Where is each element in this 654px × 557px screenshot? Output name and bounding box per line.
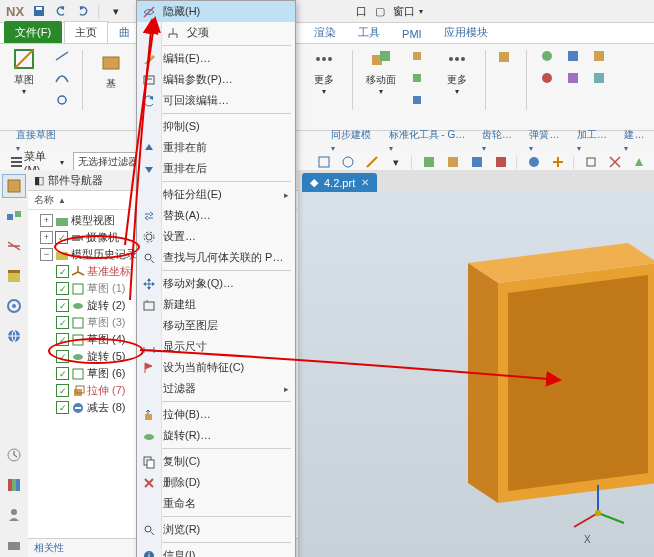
ctx-browse[interactable]: 浏览(R) xyxy=(137,519,295,540)
ribbon-line-icon[interactable] xyxy=(50,46,74,66)
res-assy-nav-icon[interactable] xyxy=(2,204,26,228)
more-button[interactable]: 更多 ▾ xyxy=(304,46,344,96)
tb2-ic3[interactable] xyxy=(361,152,383,172)
ribbon-box-icon[interactable] xyxy=(494,46,518,66)
cap-gear[interactable]: 齿轮…▾ xyxy=(476,127,521,154)
tb2-ic10[interactable] xyxy=(547,152,569,172)
tb2-ic5[interactable] xyxy=(418,152,440,172)
qat-save-icon[interactable] xyxy=(30,2,48,20)
rib-ic1[interactable] xyxy=(535,46,559,66)
tb2-ic12[interactable] xyxy=(604,152,626,172)
checkbox-icon[interactable]: ✓ xyxy=(56,350,69,363)
close-icon[interactable]: ✕ xyxy=(361,177,369,188)
ctx-replace[interactable]: 替换(A)… xyxy=(137,205,295,226)
checkbox-icon[interactable]: ✓ xyxy=(56,401,69,414)
ctx-reorder-after[interactable]: 重排在后 xyxy=(137,158,295,179)
tb2-ic7[interactable] xyxy=(466,152,488,172)
ctx-set-current[interactable]: 设为当前特征(C) xyxy=(137,357,295,378)
ribbon-replace-icon[interactable] xyxy=(407,68,431,88)
res-constraint-icon[interactable] xyxy=(2,234,26,258)
cap-build[interactable]: 建…▾ xyxy=(618,127,654,154)
qat-dropdown-icon[interactable]: ▾ xyxy=(107,2,125,20)
checkbox-icon[interactable]: ✓ xyxy=(56,367,69,380)
qat-undo-icon[interactable] xyxy=(52,2,70,20)
ctx-feat-group[interactable]: 特征分组(E)▸ xyxy=(137,184,295,205)
res-reuse-icon[interactable] xyxy=(2,264,26,288)
checkbox-icon[interactable]: ✓ xyxy=(56,282,69,295)
rib-ic2[interactable] xyxy=(561,46,585,66)
res-roles-icon[interactable] xyxy=(2,503,26,527)
rib-ic3[interactable] xyxy=(587,46,611,66)
res-hd3d-icon[interactable] xyxy=(2,294,26,318)
ctx-edit-param[interactable]: 编辑参数(P)… xyxy=(137,69,295,90)
ctx-reorder-before[interactable]: 重排在前 xyxy=(137,137,295,158)
tb2-ic13[interactable] xyxy=(628,152,650,172)
res-browser-icon[interactable] xyxy=(2,324,26,348)
checkbox-icon[interactable]: ✓ xyxy=(55,231,68,244)
rib-ic6[interactable] xyxy=(587,68,611,88)
datum-button[interactable]: 基 xyxy=(91,46,131,96)
cap-sync[interactable]: 同步建模▾ xyxy=(325,127,380,154)
expander-icon[interactable]: − xyxy=(40,248,53,261)
sketch-button[interactable]: 草图 ▾ xyxy=(4,46,44,96)
checkbox-icon[interactable]: ✓ xyxy=(56,265,69,278)
tb2-ic4[interactable]: ▾ xyxy=(385,152,407,172)
tb2-ic2[interactable] xyxy=(337,152,359,172)
tab-home[interactable]: 主页 xyxy=(64,21,108,43)
ctx-find-pmi[interactable]: 查找与几何体关联的 PMI… xyxy=(137,247,295,268)
window-menu-label[interactable]: 窗口 xyxy=(393,4,415,19)
viewport[interactable]: X xyxy=(298,192,654,557)
res-part-nav-icon[interactable] xyxy=(2,174,26,198)
tb2-ic9[interactable] xyxy=(523,152,545,172)
res-history-icon[interactable] xyxy=(2,443,26,467)
ctx-extrude[interactable]: 拉伸(B)… xyxy=(137,404,295,425)
doc-tab-active[interactable]: ◆ 4.2.prt ✕ xyxy=(302,173,377,192)
res-color-icon[interactable] xyxy=(2,473,26,497)
tab-file[interactable]: 文件(F) xyxy=(4,21,62,43)
checkbox-icon[interactable]: ✓ xyxy=(56,384,69,397)
moveface-button[interactable]: 移动面 ▾ xyxy=(361,46,401,96)
ctx-suppress[interactable]: 抑制(S) xyxy=(137,116,295,137)
ctx-edit[interactable]: 编辑(E)… xyxy=(137,48,295,69)
cap-std[interactable]: 标准化工具 - G…▾ xyxy=(383,127,474,154)
qat-redo-icon[interactable] xyxy=(74,2,92,20)
ctx-new-group[interactable]: 新建组 xyxy=(137,294,295,315)
window-menu-icon[interactable]: ▢ xyxy=(371,2,389,20)
col-sort-icon[interactable]: ▲ xyxy=(58,196,66,205)
ctx-rename[interactable]: 重命名 xyxy=(137,493,295,514)
ctx-settings[interactable]: 设置… xyxy=(137,226,295,247)
ctx-copy[interactable]: 复制(C) xyxy=(137,451,295,472)
col-name[interactable]: 名称 xyxy=(34,193,54,207)
tab-app[interactable]: 应用模块 xyxy=(433,21,499,43)
ctx-move-layer[interactable]: 移动至图层 xyxy=(137,315,295,336)
ctx-show-dim[interactable]: 显示尺寸 xyxy=(137,336,295,357)
tb2-ic8[interactable] xyxy=(490,152,512,172)
tb2-ic11[interactable] xyxy=(580,152,602,172)
ctx-revolve[interactable]: 旋转(R)… xyxy=(137,425,295,446)
tab-pmi[interactable]: PMI xyxy=(391,24,433,43)
ribbon-circle-icon[interactable] xyxy=(50,90,74,110)
rib-ic4[interactable] xyxy=(535,68,559,88)
more2-button[interactable]: 更多 ▾ xyxy=(437,46,477,96)
ctx-hide[interactable]: 隐藏(H) xyxy=(137,1,295,22)
tab-tools[interactable]: 工具 xyxy=(347,21,391,43)
ribbon-arc-icon[interactable] xyxy=(50,68,74,88)
ctx-parent[interactable]: 父项 xyxy=(137,22,295,43)
cap-proc[interactable]: 加工…▾ xyxy=(571,127,616,154)
checkbox-icon[interactable]: ✓ xyxy=(56,299,69,312)
ctx-info[interactable]: i信息(I) xyxy=(137,545,295,557)
cap-spring[interactable]: 弹簧…▾ xyxy=(523,127,568,154)
res-system-icon[interactable] xyxy=(2,533,26,557)
ribbon-offset-icon[interactable] xyxy=(407,46,431,66)
tab-render[interactable]: 渲染 xyxy=(303,21,347,43)
tb2-ic6[interactable] xyxy=(442,152,464,172)
rib-ic5[interactable] xyxy=(561,68,585,88)
tb2-ic1[interactable] xyxy=(312,152,334,172)
ctx-rollback[interactable]: 可回滚编辑… xyxy=(137,90,295,111)
ctx-filter[interactable]: 过滤器▸ xyxy=(137,378,295,399)
ctx-delete[interactable]: 删除(D) xyxy=(137,472,295,493)
nav-pin-icon[interactable]: ◧ xyxy=(34,174,44,187)
ctx-move-obj[interactable]: 移动对象(Q)… xyxy=(137,273,295,294)
checkbox-icon[interactable]: ✓ xyxy=(56,316,69,329)
expander-icon[interactable]: + xyxy=(40,214,53,227)
